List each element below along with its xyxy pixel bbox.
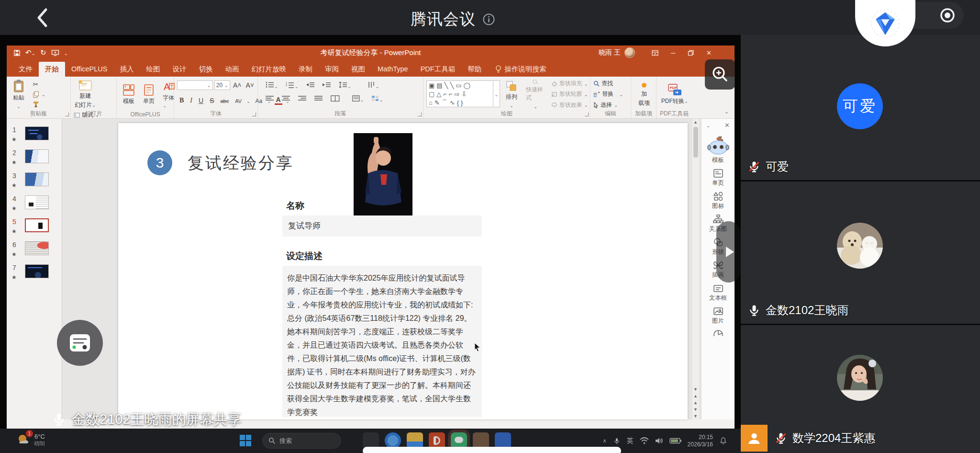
align-left-icon[interactable]	[266, 95, 274, 103]
quick-styles-button[interactable]: 快速样式	[523, 79, 548, 110]
bold-button[interactable]	[178, 96, 185, 104]
horizontal-scrollbar[interactable]	[363, 447, 621, 453]
tab-review[interactable]: 审阅	[319, 62, 345, 77]
floating-caption-button[interactable]	[57, 320, 103, 366]
slide-thumbnail-7[interactable]: 7	[7, 263, 62, 286]
tab-view[interactable]: 视图	[345, 62, 371, 77]
speaker-icon[interactable]	[655, 437, 663, 444]
tab-officeplus[interactable]: OfficePLUS	[65, 62, 114, 77]
slide-thumbnail-4[interactable]: 4	[7, 194, 62, 217]
tab-slideshow[interactable]: 幻灯片放映	[245, 62, 293, 77]
scroll-down-icon[interactable]: ▼	[693, 386, 698, 393]
tab-mathtype[interactable]: MathType	[371, 62, 414, 77]
scrollbar-thumb[interactable]	[693, 127, 698, 158]
back-button[interactable]	[32, 7, 53, 29]
sidebar-close-icon[interactable]: ✕	[724, 122, 730, 129]
columns-icon[interactable]	[331, 95, 340, 103]
sidebar-item-image[interactable]: 图片	[702, 306, 735, 325]
customize-qat-icon[interactable]	[64, 48, 68, 57]
slide-thumbnail-6[interactable]: 6	[7, 240, 62, 263]
pdf-convert-button[interactable]: PDF PDF转换	[659, 79, 690, 110]
decrease-indent-icon[interactable]	[306, 81, 315, 90]
app-icon-2[interactable]	[385, 432, 401, 449]
start-slideshow-icon[interactable]	[51, 49, 59, 57]
italic-button[interactable]	[189, 96, 194, 104]
increase-indent-icon[interactable]	[323, 81, 331, 90]
tab-design[interactable]: 设计	[167, 62, 193, 77]
sidebar-item-icons[interactable]: 图标	[702, 192, 735, 210]
tab-insert[interactable]: 插入	[114, 62, 140, 77]
participant-tile-1[interactable]: 可爱 可爱	[741, 35, 980, 181]
battery-icon[interactable]	[669, 438, 681, 444]
participant-tile-3[interactable]: 数学2204王紫惠	[741, 325, 980, 452]
sidebar-collapse-icon[interactable]	[706, 122, 710, 129]
slide-canvas[interactable]: 3 复试经验分享 名称 复试导师 设定描述	[118, 123, 688, 419]
redo-icon[interactable]: ↻	[40, 48, 46, 57]
info-icon[interactable]	[482, 13, 495, 26]
app-icon-powerpoint[interactable]	[429, 432, 445, 449]
notification-bell-icon[interactable]	[719, 437, 727, 445]
app-icon-wechat[interactable]	[451, 432, 467, 449]
previous-slide-icon[interactable]: ▲▲	[693, 393, 698, 406]
shape-fill-button[interactable]: 形状填充	[551, 79, 588, 88]
account[interactable]: 晓雨 王	[599, 45, 635, 60]
increase-font-icon[interactable]: A˄	[232, 81, 243, 89]
shape-outline-button[interactable]: 形状轮廓	[551, 90, 588, 99]
smartart-icon[interactable]	[371, 95, 383, 103]
decrease-font-icon[interactable]: A˅	[244, 81, 256, 89]
arrange-button[interactable]: 排列	[503, 79, 520, 110]
font-size-combobox[interactable]: 20	[214, 80, 230, 90]
shadow-button[interactable]	[208, 97, 215, 104]
ime-indicator[interactable]: 英	[627, 437, 634, 445]
align-right-icon[interactable]	[298, 95, 307, 103]
app-icon-6[interactable]	[473, 432, 489, 449]
close-button[interactable]: ✕	[706, 49, 712, 57]
next-slide-icon[interactable]: ▼▼	[693, 406, 698, 419]
new-slide-button[interactable]: 新建 幻灯片	[74, 79, 97, 110]
tab-draw[interactable]: 绘图	[140, 62, 167, 77]
tab-animations[interactable]: 动画	[219, 62, 245, 77]
text-direction-icon[interactable]	[368, 81, 379, 90]
participant-tile-2[interactable]: 金数2102王晓雨	[741, 181, 980, 325]
slide-thumbnail-1[interactable]: 1	[7, 125, 62, 148]
underline-button[interactable]	[197, 97, 205, 104]
app-icon-7[interactable]	[495, 432, 511, 449]
slide-thumbnail-3[interactable]: 3	[7, 171, 62, 194]
record-button[interactable]	[938, 6, 957, 25]
copy-button[interactable]	[33, 90, 45, 99]
restore-button[interactable]	[688, 50, 694, 56]
undo-icon[interactable]: ↶	[25, 48, 35, 57]
minimize-button[interactable]: ─	[671, 49, 675, 57]
tab-transitions[interactable]: 切换	[193, 62, 219, 77]
single-page-button[interactable]: 单页	[140, 79, 158, 110]
align-text-icon[interactable]	[352, 95, 364, 103]
sidebar-item-textbox[interactable]: 文本框	[702, 283, 735, 302]
ribbon-display-options-icon[interactable]	[652, 50, 658, 56]
font-dialog-launcher[interactable]	[252, 113, 256, 116]
bullets-icon[interactable]	[266, 81, 278, 90]
template-button[interactable]: 模板	[120, 79, 138, 110]
app-icon-1[interactable]	[363, 432, 379, 449]
sidebar-item-single-page[interactable]: 单页	[702, 169, 735, 187]
tell-me-search[interactable]: 操作说明搜索	[495, 62, 546, 77]
replace-button[interactable]: abac 替换	[593, 90, 623, 99]
hidden-icons-chevron[interactable]: ∧	[603, 438, 607, 444]
tray-mic-icon[interactable]	[613, 437, 621, 445]
drawing-dialog-launcher[interactable]	[585, 113, 589, 116]
line-spacing-icon[interactable]	[339, 81, 351, 90]
save-icon[interactable]	[13, 49, 21, 57]
shapes-gallery-scroll[interactable]	[493, 80, 500, 107]
align-center-icon[interactable]	[282, 95, 290, 103]
paste-button[interactable]: 粘贴	[10, 79, 28, 110]
taskbar-clock[interactable]: 20:15 2026/3/16	[688, 434, 713, 448]
strikethrough-button[interactable]	[219, 97, 230, 104]
weather-widget[interactable]: 1 6°C 晴朗	[16, 432, 45, 448]
shapes-gallery[interactable]: ▣▤╲╲▭◯▢△⌐⌐⇨⇩⌂✎⌒∿{}	[426, 80, 493, 107]
format-painter-button[interactable]	[33, 100, 45, 109]
tab-file[interactable]: 文件	[12, 62, 39, 77]
scroll-up-icon[interactable]: ▲	[693, 119, 698, 125]
tab-help[interactable]: 帮助	[461, 62, 488, 77]
tab-pdf-tools[interactable]: PDF工具箱	[414, 62, 462, 77]
addins-button[interactable]: 加 载项	[634, 79, 654, 110]
start-button[interactable]	[239, 434, 252, 449]
